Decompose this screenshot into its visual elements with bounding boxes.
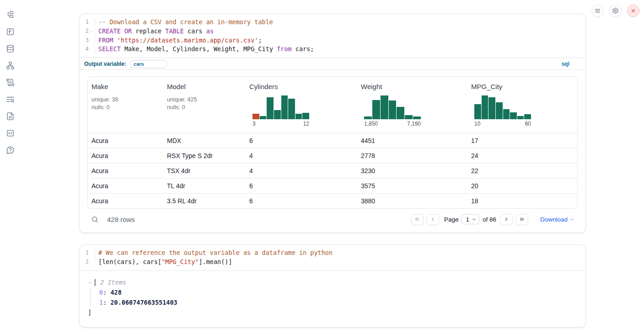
- left-sidebar: [0, 0, 20, 333]
- table-cell: 2778: [357, 152, 467, 159]
- histogram-bar: [381, 95, 388, 119]
- output-variable-input[interactable]: [130, 60, 166, 68]
- next-page-button[interactable]: [500, 214, 513, 225]
- table-cell: 3575: [357, 182, 467, 190]
- chevrons-left-icon: [414, 216, 420, 222]
- shutdown-button[interactable]: [627, 5, 639, 17]
- column-label: MPG_City: [471, 83, 574, 90]
- last-page-button[interactable]: [516, 214, 528, 225]
- table-cell: RSX Type S 2dr: [163, 152, 246, 159]
- close-icon: [630, 7, 637, 14]
- page-select-value: 1: [466, 216, 469, 223]
- histogram-bar: [260, 116, 267, 119]
- sql-output-area: Makeunique: 38nulls: 0Modelunique: 425nu…: [80, 70, 585, 233]
- table-cell: 6: [246, 137, 357, 144]
- hist-max-label: 12: [303, 121, 309, 127]
- column-stats: unique: 38nulls: 0: [91, 96, 160, 111]
- code-line: 2[len(cars), cars["MPG_City"].mean()]: [80, 258, 585, 267]
- code-line: 4SELECT Make, Model, Cylinders, Weight, …: [80, 45, 585, 54]
- datasources-icon[interactable]: [5, 44, 15, 53]
- menu-button[interactable]: [591, 5, 604, 17]
- logs-icon[interactable]: [5, 95, 15, 104]
- column-header-make[interactable]: Makeunique: 38nulls: 0: [88, 77, 163, 133]
- table-cell: 6: [246, 197, 357, 205]
- histogram-bar: [488, 97, 495, 119]
- chevrons-right-icon: [519, 216, 525, 222]
- code-line: 2CREATE OR replace TABLE cars as: [80, 27, 585, 36]
- histogram-bar: [252, 114, 259, 119]
- python-output: [ 2 Items 0: 4281: 20.060747663551403 ]: [80, 270, 585, 327]
- download-label: Download: [540, 216, 568, 223]
- item-index: 1: [99, 299, 103, 306]
- histogram-bar: [517, 116, 524, 119]
- item-value: 20.060747663551403: [110, 299, 177, 306]
- functions-icon[interactable]: [5, 27, 15, 36]
- table-cell: Acura: [88, 182, 163, 190]
- histogram-bar: [372, 100, 380, 119]
- hist-min-label: 1,850: [364, 121, 378, 127]
- download-button[interactable]: Download: [540, 216, 574, 223]
- table-cell: 3230: [357, 167, 467, 174]
- table-header: Makeunique: 38nulls: 0Modelunique: 425nu…: [88, 77, 577, 133]
- prev-page-button[interactable]: [427, 214, 439, 225]
- list-item: 0: 428: [99, 288, 577, 298]
- chevron-down-icon: [569, 217, 574, 222]
- data-table: Makeunique: 38nulls: 0Modelunique: 425nu…: [87, 76, 578, 209]
- page-select[interactable]: 1: [462, 214, 479, 224]
- tree-entries: 0: 4281: 20.060747663551403: [90, 288, 577, 307]
- histogram-bar: [389, 100, 397, 119]
- file-tree-icon[interactable]: [5, 10, 15, 19]
- table-cell: 3880: [357, 197, 467, 205]
- language-badge[interactable]: sql: [562, 61, 569, 67]
- histogram-bar: [397, 107, 404, 119]
- collapse-chevron-icon[interactable]: [88, 280, 93, 285]
- tree-head: [ 2 Items: [88, 278, 577, 288]
- first-page-button[interactable]: [411, 214, 424, 225]
- column-stats: unique: 425nulls: 0: [167, 96, 242, 111]
- histogram-bar: [364, 116, 372, 119]
- page-total-label: of 86: [483, 216, 496, 223]
- python-editor[interactable]: 1# We can reference the output variable …: [80, 245, 585, 270]
- table-row: AcuraTSX 4dr4323022: [88, 163, 577, 178]
- chevron-down-icon: [472, 217, 477, 222]
- table-cell: Acura: [88, 152, 163, 159]
- item-value: 428: [110, 289, 121, 296]
- column-label: Model: [167, 83, 242, 90]
- table-footer: 428 rows Page 1 of 86: [87, 209, 578, 230]
- dependency-graph-icon[interactable]: [5, 61, 15, 70]
- line-number: 4: [86, 45, 89, 54]
- hist-max-label: 7,190: [407, 121, 421, 127]
- pagination: Page 1 of 86 Download: [411, 214, 577, 225]
- histogram-bar: [413, 116, 421, 119]
- hist-min-label: 3: [252, 121, 256, 127]
- column-label: Weight: [361, 83, 464, 90]
- table-row: Acura3.5 RL 4dr6388018: [88, 193, 577, 208]
- help-icon[interactable]: [5, 145, 15, 154]
- notebook-main: 1-- Download a CSV and create an in-memo…: [79, 14, 586, 328]
- histogram-bar: [302, 113, 309, 119]
- column-label: Make: [91, 83, 160, 90]
- sql-editor[interactable]: 1-- Download a CSV and create an in-memo…: [80, 14, 585, 58]
- hist-min-label: 10: [474, 121, 480, 127]
- search-icon[interactable]: [91, 215, 99, 223]
- code-line: 1-- Download a CSV and create an in-memo…: [80, 18, 585, 27]
- histogram-cylinders: 312: [252, 95, 309, 127]
- histogram-bar: [295, 114, 302, 119]
- code-line: 1# We can reference the output variable …: [80, 248, 585, 258]
- histogram-bar: [288, 99, 295, 119]
- fold-chevron-icon[interactable]: [89, 30, 93, 33]
- column-header-weight[interactable]: Weight1,8507,190: [357, 77, 467, 133]
- table-row: AcuraMDX6445117: [88, 133, 577, 148]
- column-header-mpg_city[interactable]: MPG_City1060: [467, 77, 577, 133]
- table-cell: TL 4dr: [163, 182, 246, 190]
- scratchpad-icon[interactable]: [5, 78, 15, 87]
- documentation-icon[interactable]: [5, 111, 15, 121]
- settings-button[interactable]: [609, 5, 622, 17]
- table-cell: MDX: [163, 137, 246, 144]
- column-header-model[interactable]: Modelunique: 425nulls: 0: [163, 77, 246, 133]
- output-variable-bar: Output variable: sql: [80, 58, 585, 70]
- column-header-cylinders[interactable]: Cylinders312: [246, 77, 357, 133]
- table-cell: 22: [467, 167, 577, 174]
- line-number: 2: [86, 27, 89, 36]
- snippets-icon[interactable]: [5, 128, 15, 137]
